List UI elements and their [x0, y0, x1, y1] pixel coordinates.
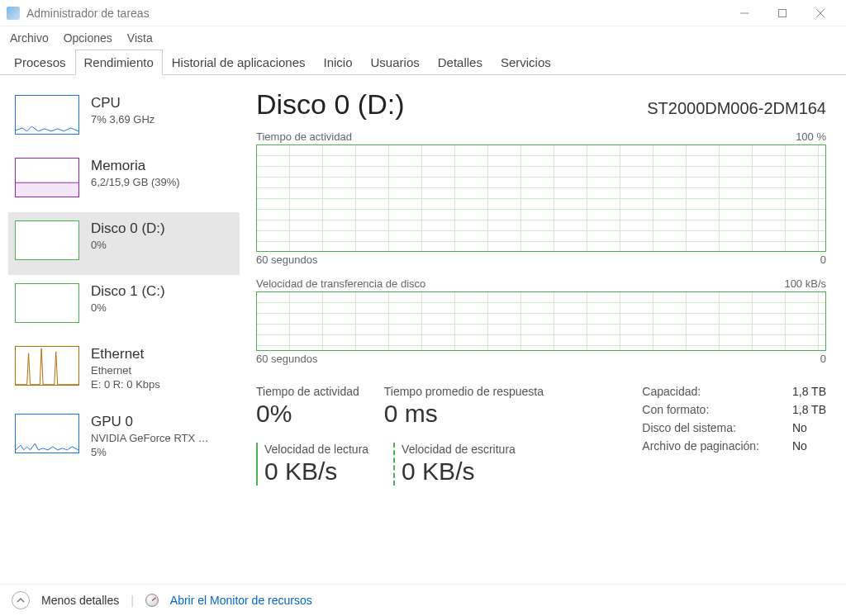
disk1-title: Disco 1 (C:) — [91, 283, 165, 300]
menu-options[interactable]: Opciones — [64, 31, 112, 45]
window-title: Administrador de tareas — [26, 7, 725, 20]
pagefile-value: No — [792, 439, 826, 453]
ethernet-thumb — [15, 346, 79, 386]
tab-servicios[interactable]: Servicios — [492, 50, 560, 74]
disk0-thumb — [15, 220, 79, 260]
gpu-sub2: 5% — [91, 446, 209, 458]
ethernet-sub1: Ethernet — [91, 364, 160, 377]
disk-heading: Disco 0 (D:) — [256, 88, 404, 121]
write-label: Velocidad de escritura — [402, 443, 516, 456]
sidebar-item-memory[interactable]: Memoria 6,2/15,9 GB (39%) — [8, 149, 240, 212]
memory-thumb — [15, 158, 79, 197]
read-value: 0 KB/s — [264, 457, 368, 486]
tab-procesos[interactable]: Procesos — [5, 50, 75, 74]
titlebar: Administrador de tareas — [0, 0, 846, 26]
gpu-title: GPU 0 — [91, 414, 209, 430]
formatted-label: Con formato: — [642, 403, 759, 416]
gpu-sub1: NVIDIA GeForce RTX … — [91, 432, 209, 444]
sidebar-item-disk1[interactable]: Disco 1 (C:) 0% — [8, 275, 240, 338]
menu-view[interactable]: Vista — [127, 31, 153, 45]
read-label: Velocidad de lectura — [264, 443, 368, 456]
separator: | — [131, 594, 134, 607]
tab-rendimiento[interactable]: Rendimiento — [75, 50, 163, 75]
tab-bar: Procesos Rendimiento Historial de aplica… — [0, 50, 846, 75]
cpu-thumb — [15, 95, 79, 135]
footer: Menos detalles | Abrir el Monitor de rec… — [0, 584, 846, 616]
tab-inicio[interactable]: Inicio — [315, 50, 362, 74]
svg-rect-1 — [779, 9, 787, 17]
transfer-chart-max: 100 kB/s — [784, 277, 826, 290]
ethernet-title: Ethernet — [91, 346, 160, 362]
menubar: Archivo Opciones Vista — [0, 26, 846, 50]
tab-historial[interactable]: Historial de aplicaciones — [163, 50, 315, 74]
formatted-value: 1,8 TB — [792, 403, 826, 416]
transfer-chart-xl: 60 segundos — [256, 353, 317, 365]
sidebar: CPU 7% 3,69 GHz Memoria 6,2/15,9 GB (39%… — [0, 75, 240, 584]
open-resource-monitor-link[interactable]: Abrir el Monitor de recursos — [170, 594, 312, 607]
sidebar-item-cpu[interactable]: CPU 7% 3,69 GHz — [8, 87, 240, 149]
sysdisk-label: Disco del sistema: — [642, 421, 759, 434]
maximize-button[interactable] — [763, 0, 801, 26]
activity-chart-block: Tiempo de actividad 100 % 60 segundos 0 — [256, 130, 826, 266]
fewer-details-link[interactable]: Menos detalles — [41, 594, 119, 607]
resource-monitor-icon — [145, 594, 159, 607]
transfer-chart-block: Velocidad de transferencia de disco 100 … — [256, 277, 826, 365]
sysdisk-value: No — [792, 421, 826, 434]
response-label: Tiempo promedio de respuesta — [384, 385, 544, 398]
app-icon — [7, 7, 20, 20]
activity-value: 0% — [256, 400, 359, 428]
disk0-sub: 0% — [91, 239, 165, 251]
svg-rect-4 — [16, 182, 78, 197]
write-value: 0 KB/s — [402, 457, 516, 486]
transfer-chart-label: Velocidad de transferencia de disco — [256, 277, 425, 290]
response-value: 0 ms — [384, 400, 544, 428]
gpu-thumb — [15, 414, 79, 453]
sidebar-item-disk0[interactable]: Disco 0 (D:) 0% — [8, 212, 240, 275]
disk1-thumb — [15, 283, 79, 323]
sidebar-item-gpu[interactable]: GPU 0 NVIDIA GeForce RTX … 5% — [8, 405, 240, 473]
memory-title: Memoria — [91, 158, 180, 174]
activity-chart-xl: 60 segundos — [256, 254, 317, 266]
disk-model: ST2000DM006-2DM164 — [647, 99, 826, 118]
activity-chart-label: Tiempo de actividad — [256, 130, 352, 143]
ethernet-sub2: E: 0 R: 0 Kbps — [91, 378, 160, 391]
collapse-button[interactable] — [12, 591, 30, 609]
disk1-sub: 0% — [91, 301, 165, 314]
capacity-label: Capacidad: — [642, 385, 759, 398]
transfer-chart-xr: 0 — [820, 353, 826, 365]
cpu-title: CPU — [91, 95, 154, 111]
close-button[interactable] — [801, 0, 839, 26]
main-panel: Disco 0 (D:) ST2000DM006-2DM164 Tiempo d… — [240, 75, 846, 584]
transfer-chart — [256, 291, 826, 351]
tab-usuarios[interactable]: Usuarios — [362, 50, 429, 74]
activity-chart-xr: 0 — [820, 254, 826, 266]
disk0-title: Disco 0 (D:) — [91, 220, 165, 237]
activity-chart — [256, 145, 826, 252]
capacity-value: 1,8 TB — [792, 385, 826, 398]
disk-info-grid: Capacidad: 1,8 TB Con formato: 1,8 TB Di… — [642, 385, 826, 486]
activity-chart-max: 100 % — [796, 130, 826, 143]
pagefile-label: Archivo de paginación: — [642, 439, 759, 453]
sidebar-item-ethernet[interactable]: Ethernet Ethernet E: 0 R: 0 Kbps — [8, 338, 240, 405]
cpu-sub: 7% 3,69 GHz — [91, 113, 154, 126]
activity-label: Tiempo de actividad — [256, 385, 359, 398]
tab-detalles[interactable]: Detalles — [429, 50, 492, 74]
menu-file[interactable]: Archivo — [10, 31, 49, 45]
memory-sub: 6,2/15,9 GB (39%) — [91, 176, 180, 188]
minimize-button[interactable] — [725, 0, 763, 26]
